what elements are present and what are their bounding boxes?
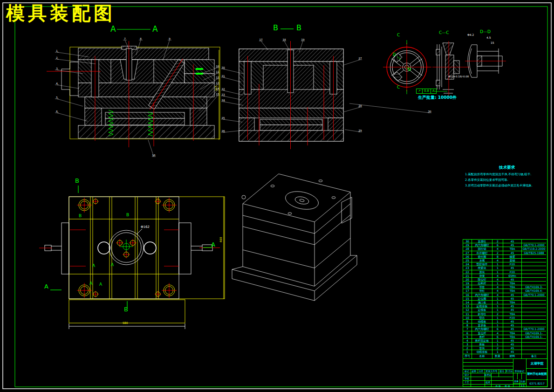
bom-cell: GB/T70.1-2000 [522,293,546,297]
bom-row: 23楔紧块145 [463,266,547,270]
bom-cell: 6 [463,331,472,335]
callout-number: 11 [216,70,219,73]
bom-cell: T8A [503,282,522,285]
bom-cell: 19 [463,282,472,285]
bom-cell [522,316,546,320]
bom-cell: 型芯 [472,316,492,320]
bom-cell: 型腔镶件 [472,262,492,266]
bom-cell: 1 [492,282,503,285]
callout-number: 13 [216,82,219,84]
bom-cell: 4 [463,339,472,343]
cad-drawing-sheet: 1234567891011121314151617181920212223242… [0,0,554,392]
bom-cell: 45 [503,343,522,346]
bom-cell: T8A [503,285,522,289]
callout-leader [223,96,241,100]
bom-cell [522,282,546,285]
callout-number: 15 [216,93,219,96]
bom-cell [522,266,546,270]
annotation-label: C—C [439,31,449,35]
annotation-label: Φ4.2 [467,34,474,36]
bom-cell: 21 [463,274,472,278]
bom-cell: 45 [503,308,522,312]
titleblock-gridline [521,373,522,379]
callout-leader [223,131,241,132]
callout-leader [345,130,360,132]
callout-number: 6 [56,110,58,113]
bom-cell: 1 [492,343,503,346]
bom-cell: 内六角螺钉 [472,243,492,247]
titleblock-gridline [463,384,526,385]
tech-req-item: 3.所有活动零部件安装后必须动作灵活无卡滞现象. [465,184,549,188]
bom-cell: 9 [463,320,472,323]
bom-cell: 28 [463,247,472,251]
bom-cell: 25 [463,259,472,262]
bom-cell: 8 [463,323,472,327]
titleblock-gridline [463,362,513,363]
bom-cell: 15 [463,297,472,301]
bom-cell: 1 [492,339,503,343]
annotation-label: 580 [123,322,128,324]
titleblock-gridline [526,379,548,380]
bom-cell [522,308,546,312]
callout-number: 23 [222,93,225,96]
titleblock-text: 工艺 [465,381,469,384]
titleblock-text: 批准 [486,381,490,384]
bom-cell [522,270,546,274]
bom-row: 30支撑柱245 [463,240,547,243]
bom-cell: 动模板 [472,320,492,323]
bom-cell: 支承板 [472,323,492,327]
bom-cell: P20 [503,262,522,266]
bom-cell: T8A [503,335,522,339]
bom-row: 28圆柱销4T8AGB/T119.2-2000 [463,247,547,251]
bom-row: 18导套4T8AGB/T4169.3-2006 [463,285,547,289]
annotation-label: C [397,85,400,89]
titleblock-gridline [526,368,548,369]
callout-number: 10 [216,65,219,68]
bom-cell: GB/T4169.4-2006 [522,289,546,293]
bom-cell: 16 [463,293,472,297]
bom-cell: GB/T4169.1-2006 [522,335,546,339]
bom-cell: T8A [503,331,522,335]
annotation-label: D—D [480,30,491,34]
titleblock-text: 年月日 [506,370,513,372]
bom-cell: 推杆固定板 [472,339,492,343]
tech-req-item: 1.装配前所有零件均需清洗干净,不得有污物,晾干. [465,172,549,177]
callout-number: 30 [428,110,431,113]
plan-centerline-ticks [39,230,220,266]
bom-cell: 4 [492,278,503,282]
bom-cell [522,343,546,346]
titleblock-gridline [517,373,518,379]
bom-cell: 7 [463,327,472,331]
bom-cell: 45 [503,346,522,350]
bom-cell: 垫块 [472,346,492,350]
bom-header-cell: 数量 [492,354,503,358]
bom-cell: 45 [503,243,522,247]
bom-cell [522,240,546,243]
bom-cell: GB/T70.1-2000 [522,243,546,247]
callout-leader [223,77,241,82]
bom-cell: GB/T825-1988 [522,251,546,255]
callout-number: 4 [56,82,58,85]
titleblock-gridline [463,366,513,366]
bom-cell: 导套 [472,285,492,289]
bom-cell: GB/T119.2-2000 [522,247,546,251]
bom-cell: 45 [503,251,522,255]
bom-cell: 65Mn [503,274,522,278]
bom-cell [522,274,546,278]
titleblock-gridline [478,369,478,373]
tolerance-datum: A [431,89,436,93]
bom-cell: 2 [492,240,503,243]
bom-row: 11斜导柱2T8A [463,312,547,316]
bom-cell: 2 [463,346,472,350]
tech-req-title: 技术要求 [465,165,549,171]
titleblock-gridline [485,369,485,387]
annotation-label: B [124,306,128,312]
bom-cell: 4 [492,293,503,297]
seal-highlight [196,68,203,70]
callout-number: 27 [359,57,362,60]
annotation-label: 4.5 [486,36,491,39]
section-view-d-d [465,45,506,77]
bom-cell: 20 [463,278,472,282]
titleblock-text: 签名 [500,370,505,372]
page-title: 模具装配图 [6,4,116,22]
